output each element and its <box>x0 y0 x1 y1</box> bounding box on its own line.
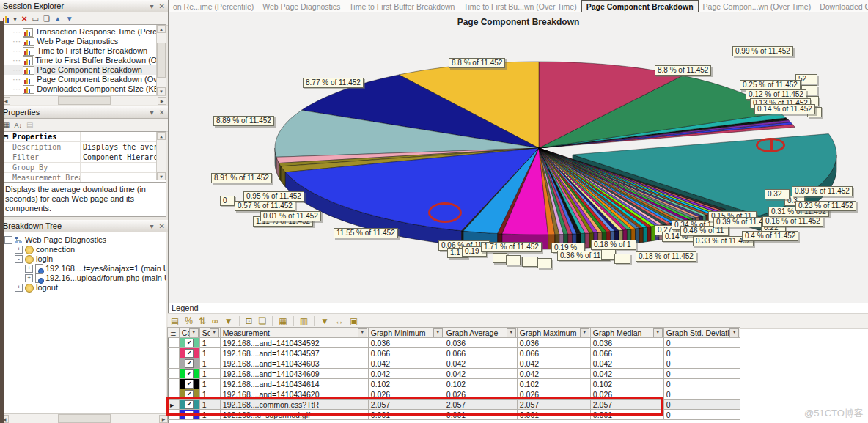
session-graph-item[interactable]: ⋯Page Component Breakdown (Over <box>2 75 166 84</box>
column-dropdown-icon[interactable]: ▼ <box>358 328 367 338</box>
column-header-sca[interactable]: Sca▼ <box>199 328 220 338</box>
scroll-down-icon[interactable]: ▼ <box>157 87 166 95</box>
tab-on-re-ime-percentile-[interactable]: on Re...ime (Percentile) <box>169 0 258 12</box>
pin-icon[interactable]: ▾ <box>150 108 154 117</box>
column-header-graph-median[interactable]: Graph Median▼ <box>590 328 663 338</box>
column-dropdown-icon[interactable]: ▼ <box>507 328 516 338</box>
column-header-graph-maximum[interactable]: Graph Maximum▼ <box>517 328 590 338</box>
auto-fit-columns-icon[interactable]: ↔ <box>335 317 344 325</box>
column-header-measurement[interactable]: Measurement▼ <box>220 328 368 338</box>
column-dropdown-icon[interactable]: ▼ <box>729 328 739 338</box>
session-horizontal-scrollbar[interactable]: ◀ ▶ <box>1 95 166 105</box>
session-graph-item[interactable]: ⋯Web Page Diagnostics <box>2 37 166 46</box>
column-header-graph-average[interactable]: Graph Average▼ <box>444 328 517 338</box>
show-measurement-checkbox[interactable]: ✔ <box>185 359 194 368</box>
legend-row[interactable]: ✔1192.168....and=14104346030.0420.0420.0… <box>168 358 740 369</box>
sort-columns-icon[interactable]: ▼ <box>320 317 329 325</box>
breakdown-tree-node[interactable]: -Web Page Diagnostics <box>3 235 166 245</box>
show-measurement-checkbox[interactable]: ✔ <box>185 380 194 389</box>
breakdown-tree-node[interactable]: +192.16...upload/forum.php (main URL) <box>3 273 166 283</box>
duplicate-graph-icon[interactable]: ❏ <box>43 15 50 23</box>
legend-row[interactable]: ✔1192.168....and=14104345920.0360.0360.0… <box>168 338 740 348</box>
view-measurement-icon[interactable]: ∞ <box>212 317 218 325</box>
collapsed-dock-strip[interactable] <box>0 21 4 423</box>
pin-icon[interactable]: ▾ <box>150 222 154 230</box>
column-chooser-icon[interactable]: ▥ <box>300 317 308 325</box>
alphabetical-sort-icon[interactable]: A↓ <box>14 122 22 129</box>
measurement-description-icon[interactable]: ▦ <box>279 317 287 325</box>
legend-row[interactable]: ✔1192.168....and=14104346090.0420.0420.0… <box>168 369 740 379</box>
legend-row[interactable]: ✔1192.168....and=14104345970.0660.0660.0… <box>168 348 740 358</box>
tab-page-compon-wn-over-time-[interactable]: Page Compon...wn (Over Time) <box>699 0 816 12</box>
graph-minimum-cell: 0.102 <box>368 379 444 389</box>
close-icon[interactable]: ✕ <box>159 2 165 10</box>
scroll-up-icon[interactable]: ▲ <box>157 132 166 140</box>
scale-cell: 1 <box>199 338 220 348</box>
close-icon[interactable]: ✕ <box>159 222 165 230</box>
scroll-up-icon[interactable]: ▲ <box>157 25 166 33</box>
column-header-graph-minimum[interactable]: Graph Minimum▼ <box>368 328 444 338</box>
percent-view-icon[interactable]: % <box>185 317 193 325</box>
breakdown-horizontal-scrollbar[interactable]: ◀ ▶ <box>0 413 168 423</box>
column-dropdown-icon[interactable]: ▼ <box>433 328 443 338</box>
column-dropdown-icon[interactable]: ▼ <box>580 328 589 338</box>
scale-measurement-icon[interactable]: ⇅ <box>199 317 206 325</box>
filter-measurement-icon[interactable]: ▼ <box>224 317 233 325</box>
property-pages-icon[interactable]: ▤ <box>26 122 33 129</box>
column-header-col[interactable]: Col▼ <box>179 328 199 338</box>
show-measurement-checkbox[interactable]: ✔ <box>185 369 194 378</box>
expand-icon[interactable]: + <box>15 246 23 254</box>
breakdown-tree-panel: Breakdown Tree ▾ ✕ -Web Page Diagnostics… <box>0 220 168 423</box>
pin-icon[interactable]: ▾ <box>150 2 154 10</box>
tab-downloaded-c-nent-size[interactable]: Downloaded C...nent Size <box>815 0 868 12</box>
session-graph-item[interactable]: ⋯Time to First Buffer Breakdown (Ove <box>2 56 166 65</box>
move-up-icon[interactable]: ▲ <box>54 15 62 23</box>
scroll-thumb[interactable] <box>58 414 111 423</box>
dropdown-caret-icon[interactable]: ▾ <box>13 15 17 23</box>
column-dropdown-icon[interactable]: ▼ <box>210 328 219 338</box>
delete-graph-icon[interactable]: ✕ <box>21 15 27 23</box>
copy-legend-icon[interactable]: ❏ <box>259 317 267 325</box>
close-icon[interactable]: ✕ <box>159 108 165 117</box>
expand-icon[interactable]: + <box>15 284 23 292</box>
save-legend-icon[interactable]: ▣ <box>350 317 358 325</box>
session-graph-item[interactable]: ⋯Page Component Breakdown <box>2 65 166 75</box>
tab-web-page-diagnostics[interactable]: Web Page Diagnostics <box>258 0 345 12</box>
tab-page-component-breakdown[interactable]: Page Component Breakdown <box>581 0 699 12</box>
property-row[interactable]: FilterComponent Hierarchic <box>2 152 166 163</box>
session-graph-item[interactable]: ⋯Transaction Response Time (Percen <box>2 27 166 37</box>
edit-legend-icon[interactable]: ▤ <box>171 317 179 325</box>
breakdown-tree-node[interactable]: -login <box>3 254 166 264</box>
tab-time-to-first-buffer-breakdown[interactable]: Time to First Buffer Breakdown <box>345 0 459 12</box>
scroll-thumb[interactable] <box>157 43 166 78</box>
column-header-graph-std-deviation[interactable]: Graph Std. Deviation▼ <box>663 328 740 338</box>
move-down-icon[interactable]: ▼ <box>66 15 73 23</box>
session-graph-item[interactable]: ⋯Downloaded Component Size (KB) <box>2 84 166 94</box>
session-vertical-scrollbar[interactable]: ▲ ▼ <box>156 25 166 95</box>
legend-row[interactable]: ✔1192.168....and=14104346140.1020.1020.1… <box>168 379 740 389</box>
rename-graph-icon[interactable]: ▭ <box>32 15 38 23</box>
property-row[interactable]: Group By <box>2 163 166 173</box>
column-header-marker[interactable]: ≣ <box>168 328 180 338</box>
tab-time-to-first-bu-wn-over-time-[interactable]: Time to First Bu...wn (Over Time) <box>459 0 581 12</box>
session-graph-item[interactable]: ⋯Time to First Buffer Breakdown <box>2 46 166 56</box>
properties-scrollbar[interactable]: ▲ ▼ <box>156 132 166 180</box>
row-marker <box>168 348 180 358</box>
expand-icon[interactable]: + <box>25 265 33 273</box>
collapse-icon[interactable]: - <box>15 255 23 263</box>
scroll-down-icon[interactable]: ▼ <box>157 172 166 180</box>
expand-icon[interactable]: + <box>25 274 33 282</box>
show-measurement-checkbox[interactable]: ✔ <box>185 349 194 358</box>
column-dropdown-icon[interactable]: ▼ <box>653 328 663 338</box>
breakdown-tree-node[interactable]: +logout <box>3 283 166 293</box>
collapse-icon[interactable]: - <box>4 236 12 244</box>
property-row[interactable]: DescriptionDisplays the average <box>2 142 166 152</box>
property-row[interactable]: Measurement BreakD <box>2 173 166 183</box>
breakdown-tree-node[interactable]: +connection <box>3 245 166 254</box>
scroll-right-icon[interactable]: ▶ <box>158 97 166 105</box>
show-measurement-checkbox[interactable]: ✔ <box>185 339 194 347</box>
breakdown-tree-node[interactable]: +192.168....t=yes&inajax=1 (main URL) <box>3 264 166 273</box>
export-legend-icon[interactable]: ⊡ <box>246 317 253 325</box>
scroll-thumb[interactable] <box>58 96 111 105</box>
column-dropdown-icon[interactable]: ▼ <box>189 328 199 338</box>
